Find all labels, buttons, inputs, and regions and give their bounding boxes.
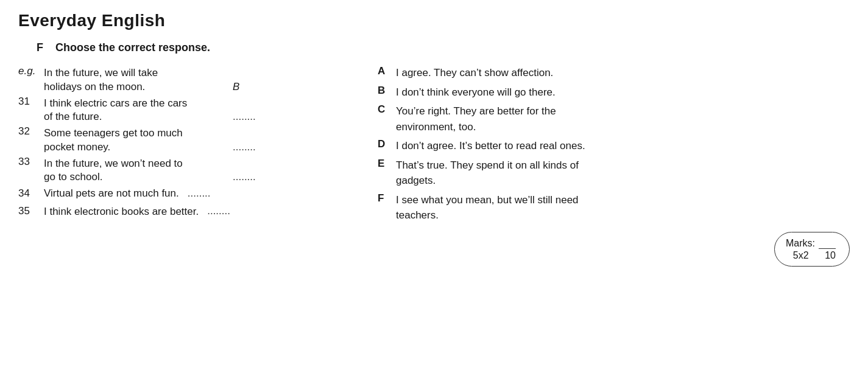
question-line2-32: pocket money. ........ [18, 141, 256, 153]
section-instruction: F Choose the correct response. [37, 41, 850, 54]
question-row-33: 33 In the future, we won’t need to go to… [18, 156, 359, 184]
option-a-text: I agree. They can’t show affection. [396, 65, 850, 81]
question-number-34: 34 [18, 187, 44, 200]
question-block-35: 35 I think electronic books are better. … [18, 204, 230, 220]
option-c-letter: C [378, 103, 396, 116]
left-column: e.g. In the future, we will take holiday… [18, 65, 359, 267]
question-line2-33: go to school. ........ [18, 171, 256, 183]
marks-bottom: 5x2 10 [786, 250, 836, 261]
marks-value [819, 237, 836, 249]
marks-multiplier: 5x2 [793, 250, 809, 260]
right-column: A I agree. They can’t show affection. B … [359, 65, 850, 267]
option-d-text: I don’t agree. It’s better to read real … [396, 138, 850, 154]
example-text-line2: holidays on the moon. [18, 81, 227, 93]
question-text-line1-33: In the future, we won’t need to [44, 156, 256, 172]
marks-total: 10 [825, 250, 836, 260]
option-c: C You’re right. They are better for the … [378, 103, 850, 134]
marks-top: Marks: [786, 237, 836, 249]
instruction-letter: F [37, 41, 43, 54]
question-line1-32: 32 Some teenagers get too much [18, 125, 256, 141]
question-answer-32: ........ [227, 141, 256, 153]
option-e: E That’s true. They spend it on all kind… [378, 158, 850, 189]
option-b: B I don’t think everyone will go there. [378, 85, 850, 100]
options-list: A I agree. They can’t show affection. B … [378, 65, 850, 223]
option-c-text: You’re right. They are better for the en… [396, 103, 850, 134]
option-f-text: I see what you mean, but we’ll still nee… [396, 192, 850, 223]
option-f: F I see what you mean, but we’ll still n… [378, 192, 850, 223]
question-answer-34: ........ [179, 187, 211, 200]
question-line1-35: 35 I think electronic books are better. … [18, 204, 230, 220]
questions-list: 31 I think electric cars are the cars of… [18, 96, 359, 220]
option-a-letter: A [378, 65, 396, 77]
example-text-line1: In the future, we will take [44, 65, 239, 81]
question-line1-34: 34 Virtual pets are not much fun. ......… [18, 186, 211, 201]
option-b-text: I don’t think everyone will go there. [396, 85, 850, 100]
question-text-line1-34: Virtual pets are not much fun. [44, 186, 179, 201]
question-block-31: 31 I think electric cars are the cars of… [18, 96, 256, 124]
example-number: e.g. [18, 65, 44, 77]
question-row-31: 31 I think electric cars are the cars of… [18, 96, 359, 124]
question-row-34: 34 Virtual pets are not much fun. ......… [18, 186, 359, 201]
question-block-33: 33 In the future, we won’t need to go to… [18, 156, 256, 184]
option-e-letter: E [378, 158, 396, 170]
option-b-letter: B [378, 85, 396, 97]
question-text-line2-31: of the future. [18, 111, 227, 123]
question-number-35: 35 [18, 205, 44, 217]
option-a: A I agree. They can’t show affection. [378, 65, 850, 81]
example-block: e.g. In the future, we will take holiday… [18, 65, 239, 93]
question-number-32: 32 [18, 125, 44, 138]
question-line1-31: 31 I think electric cars are the cars [18, 96, 256, 111]
question-number-31: 31 [18, 96, 44, 108]
question-text-line1-32: Some teenagers get too much [44, 125, 256, 141]
option-d: D I don’t agree. It’s better to read rea… [378, 138, 850, 154]
option-e-text: That’s true. They spend it on all kinds … [396, 158, 850, 189]
question-block-32: 32 Some teenagers get too much pocket mo… [18, 125, 256, 153]
option-f-letter: F [378, 192, 396, 204]
question-text-line2-33: go to school. [18, 171, 227, 183]
example-line1: e.g. In the future, we will take [18, 65, 239, 81]
option-d-letter: D [378, 138, 396, 150]
question-text-line2-32: pocket money. [18, 141, 227, 153]
question-text-line1-31: I think electric cars are the cars [44, 96, 256, 111]
question-number-33: 33 [18, 156, 44, 168]
question-answer-35: ........ [199, 205, 230, 217]
question-line1-33: 33 In the future, we won’t need to [18, 156, 256, 172]
question-block-34: 34 Virtual pets are not much fun. ......… [18, 186, 211, 201]
marks-inner: Marks: 5x2 10 [774, 232, 850, 267]
question-answer-31: ........ [227, 111, 256, 123]
instruction-text: Choose the correct response. [55, 41, 210, 54]
question-answer-33: ........ [227, 171, 256, 183]
question-row-35: 35 I think electronic books are better. … [18, 204, 359, 220]
example-line2: holidays on the moon. B [18, 81, 239, 93]
marks-label: Marks: [786, 238, 815, 249]
marks-box: Marks: 5x2 10 [378, 232, 850, 267]
question-row-32: 32 Some teenagers get too much pocket mo… [18, 125, 359, 153]
question-text-line1-35: I think electronic books are better. [44, 204, 199, 220]
page-title: Everyday English [18, 11, 850, 30]
example-answer: B [227, 81, 239, 93]
main-layout: e.g. In the future, we will take holiday… [18, 65, 850, 267]
question-line2-31: of the future. ........ [18, 111, 256, 123]
example-row: e.g. In the future, we will take holiday… [18, 65, 359, 93]
